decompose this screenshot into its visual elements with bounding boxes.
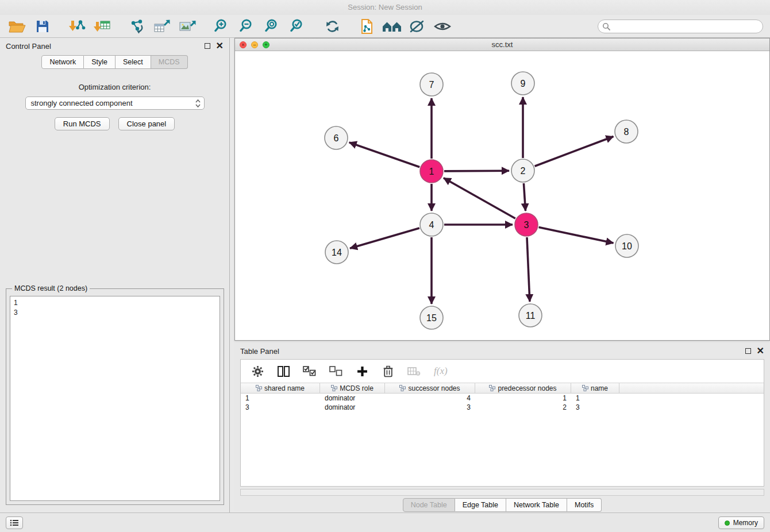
table-panel: Table Panel ✕ f(x) shared nameMCDS roles… [234, 343, 770, 511]
cell-successor-nodes: 4 [385, 394, 475, 403]
import-network-icon[interactable] [67, 17, 87, 36]
table-panel-title: Table Panel [240, 347, 279, 356]
import-table-icon[interactable] [92, 17, 113, 36]
refresh-view-icon[interactable] [322, 17, 342, 36]
window-close-icon[interactable]: × [240, 41, 247, 48]
column-header-mcds-role[interactable]: MCDS role [320, 383, 385, 393]
control-tab-mcds[interactable]: MCDS [151, 55, 188, 69]
node-table: f(x) shared nameMCDS rolesuccessor nodes… [240, 359, 764, 487]
graph-node-label: 1 [429, 167, 434, 176]
window-zoom-icon[interactable]: + [263, 41, 270, 48]
table-tab-node-table[interactable]: Node Table [403, 498, 455, 512]
table-toolbar: f(x) [241, 360, 764, 383]
save-session-icon[interactable] [32, 17, 53, 36]
control-tab-network[interactable]: Network [41, 55, 84, 69]
graph-node-11[interactable]: 11 [519, 304, 542, 327]
control-tab-select[interactable]: Select [116, 55, 151, 69]
graph-node-2[interactable]: 2 [511, 159, 534, 182]
column-header-successor-nodes[interactable]: successor nodes [385, 383, 475, 393]
optimization-criterion-select[interactable]: strongly connected component [25, 97, 205, 110]
graph-node-label: 3 [524, 220, 529, 230]
gear-icon[interactable] [251, 364, 264, 378]
cell-predecessor-nodes: 2 [475, 403, 571, 412]
network-canvas[interactable]: 7968124314101511 [235, 51, 769, 340]
float-panel-icon[interactable] [205, 43, 210, 49]
cell-mcds-role: dominator [320, 403, 385, 412]
zoom-out-icon[interactable] [237, 17, 257, 36]
column-header-predecessor-nodes[interactable]: predecessor nodes [475, 383, 571, 393]
graph-node-4[interactable]: 4 [420, 213, 443, 236]
table-row[interactable]: 1dominator411 [241, 394, 764, 403]
graph-node-7[interactable]: 7 [420, 73, 443, 96]
open-session-icon[interactable] [7, 17, 28, 36]
graph-node-8[interactable]: 8 [615, 120, 638, 143]
graph-node-3[interactable]: 3 [515, 213, 538, 236]
graph-node-label: 9 [521, 79, 526, 88]
column-header-name[interactable]: name [571, 383, 619, 393]
control-tab-style[interactable]: Style [84, 55, 116, 69]
window-minimize-icon[interactable]: – [251, 41, 258, 48]
export-image-icon[interactable] [177, 17, 198, 36]
add-row-icon[interactable] [356, 364, 368, 378]
horizontal-scrollbar[interactable] [240, 489, 764, 496]
cell-mcds-role: dominator [320, 394, 385, 403]
optimization-criterion-label: Optimization criterion: [0, 83, 229, 91]
table-tab-edge-table[interactable]: Edge Table [455, 498, 506, 512]
table-row[interactable]: 3dominator323 [241, 403, 764, 412]
column-header-shared-name[interactable]: shared name [241, 383, 320, 393]
search-input[interactable] [598, 20, 763, 33]
select-checks-icon[interactable] [303, 364, 316, 378]
table-tab-network-table[interactable]: Network Table [506, 498, 567, 512]
graph-edges[interactable] [349, 97, 614, 304]
first-neighbors-icon[interactable] [382, 17, 402, 36]
toggle-panel-list-button[interactable] [6, 516, 23, 529]
mcds-result-list[interactable]: 13 [10, 296, 220, 501]
cell-name: 3 [571, 403, 619, 412]
select-stepper-icon [195, 99, 201, 110]
clear-checks-icon[interactable] [329, 364, 342, 378]
network-window-title: scc.txt [492, 40, 513, 49]
cell-name: 1 [571, 394, 619, 403]
control-panel-title: Control Panel [6, 42, 51, 51]
main-toolbar [0, 15, 770, 38]
cell-predecessor-nodes: 1 [475, 394, 571, 403]
memory-status-icon [725, 521, 730, 526]
close-panel-button[interactable]: Close panel [118, 117, 175, 130]
style-paint-icon[interactable] [407, 17, 428, 36]
delete-row-icon[interactable] [382, 364, 394, 378]
graph-node-1[interactable]: 1 [420, 160, 443, 183]
split-columns-icon[interactable] [277, 364, 290, 378]
cell-successor-nodes: 3 [385, 403, 475, 412]
zoom-in-icon[interactable] [211, 17, 232, 36]
memory-button[interactable]: Memory [718, 516, 764, 529]
mcds-result-line: 1 [14, 298, 216, 308]
close-panel-icon[interactable]: ✕ [216, 43, 224, 49]
graph-node-9[interactable]: 9 [511, 72, 534, 95]
graph-node-14[interactable]: 14 [325, 241, 348, 264]
graph-node-6[interactable]: 6 [325, 126, 348, 149]
search-field [598, 20, 763, 33]
app-title-bar[interactable]: Session: New Session [0, 0, 770, 15]
zoom-selected-icon[interactable] [287, 17, 308, 36]
cell-shared-name: 3 [241, 403, 320, 412]
close-table-panel-icon[interactable]: ✕ [757, 348, 764, 354]
float-table-panel-icon[interactable] [745, 348, 751, 354]
network-window-title-bar[interactable]: × – + scc.txt [235, 38, 769, 51]
graph-node-15[interactable]: 15 [420, 306, 443, 329]
graph-node-label: 2 [521, 166, 526, 176]
graph-node-label: 8 [624, 127, 629, 137]
table-tab-motifs[interactable]: Motifs [567, 498, 602, 512]
graph-node-label: 4 [429, 220, 434, 230]
delete-columns-icon [407, 364, 421, 378]
zoom-fit-icon[interactable] [262, 17, 283, 36]
graph-node-10[interactable]: 10 [615, 234, 638, 257]
run-mcds-button[interactable]: Run MCDS [55, 117, 110, 130]
status-bar: Memory [0, 512, 770, 532]
open-network-file-icon[interactable] [356, 17, 377, 36]
export-table-icon[interactable] [152, 17, 172, 36]
network-from-selection-icon[interactable] [126, 17, 147, 36]
graph-node-label: 11 [526, 311, 536, 321]
show-hide-icon[interactable] [432, 17, 453, 36]
control-panel: Control Panel ✕ NetworkStyleSelectMCDS O… [0, 38, 230, 512]
graph-node-label: 14 [332, 248, 342, 257]
